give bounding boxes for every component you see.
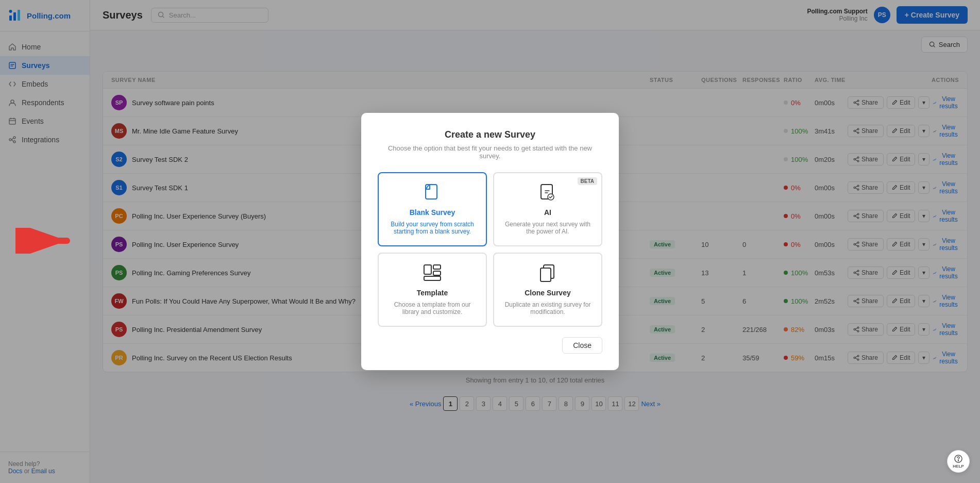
- help-icon: [954, 455, 962, 463]
- modal-options: Blank Survey Build your survey from scra…: [378, 172, 602, 327]
- help-button-container: HELP: [947, 450, 970, 473]
- red-arrow: [15, 228, 77, 256]
- help-button[interactable]: HELP: [947, 450, 970, 473]
- svg-rect-51: [540, 268, 551, 281]
- option-template-desc: Choose a template from our library and c…: [387, 301, 478, 315]
- modal-close-row: Close: [378, 337, 602, 354]
- clone-icon: [537, 264, 558, 285]
- modal-subtitle: Choose the option that best fit your nee…: [378, 144, 602, 160]
- option-blank-title: Blank Survey: [410, 208, 455, 216]
- option-blank-desc: Build your survey from scratch starting …: [387, 221, 478, 235]
- svg-rect-48: [433, 271, 441, 275]
- svg-rect-46: [424, 265, 431, 274]
- option-ai[interactable]: BETA AI Generate your next survey with t…: [493, 172, 602, 246]
- option-ai-desc: Generate your next survey with the power…: [502, 221, 593, 235]
- option-clone-title: Clone Survey: [525, 289, 570, 297]
- ai-icon: [537, 184, 558, 204]
- option-template[interactable]: Template Choose a template from our libr…: [378, 253, 487, 327]
- option-clone[interactable]: Clone Survey Duplicate an existing surve…: [493, 253, 602, 327]
- template-icon: [422, 264, 443, 285]
- create-survey-modal: Create a new Survey Choose the option th…: [361, 113, 619, 370]
- beta-badge: BETA: [578, 177, 597, 185]
- option-ai-title: AI: [544, 208, 551, 216]
- help-label: HELP: [953, 464, 964, 469]
- svg-rect-47: [433, 265, 441, 269]
- option-template-title: Template: [417, 289, 448, 297]
- modal-title: Create a new Survey: [378, 129, 602, 140]
- option-blank[interactable]: Blank Survey Build your survey from scra…: [378, 172, 487, 246]
- option-clone-desc: Duplicate an existing survey for modific…: [502, 301, 593, 315]
- modal-overlay[interactable]: Create a new Survey Choose the option th…: [0, 0, 980, 483]
- close-modal-button[interactable]: Close: [562, 337, 602, 354]
- svg-rect-49: [424, 276, 441, 280]
- blank-survey-icon: [422, 184, 443, 204]
